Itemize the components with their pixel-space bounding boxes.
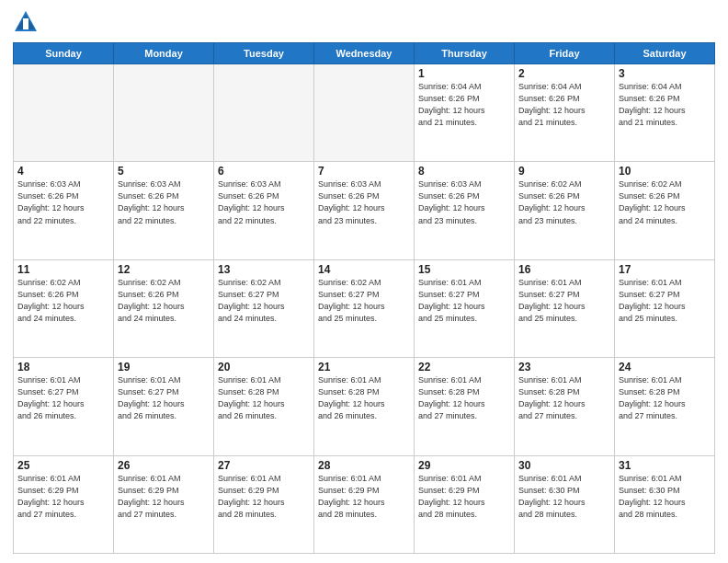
weekday-header-thursday: Thursday [415, 43, 515, 64]
calendar-cell: 7Sunrise: 6:03 AM Sunset: 6:26 PM Daylig… [314, 162, 415, 259]
weekday-header-row: SundayMondayTuesdayWednesdayThursdayFrid… [14, 43, 715, 64]
calendar-cell: 10Sunrise: 6:02 AM Sunset: 6:26 PM Dayli… [615, 162, 715, 259]
day-info: Sunrise: 6:01 AM Sunset: 6:27 PM Dayligh… [118, 374, 210, 422]
calendar-cell: 19Sunrise: 6:01 AM Sunset: 6:27 PM Dayli… [114, 358, 214, 455]
day-number: 2 [518, 67, 610, 80]
day-number: 14 [318, 263, 410, 276]
day-number: 31 [619, 459, 711, 472]
calendar-cell: 3Sunrise: 6:04 AM Sunset: 6:26 PM Daylig… [615, 64, 715, 162]
day-number: 29 [418, 459, 510, 472]
calendar-cell: 30Sunrise: 6:01 AM Sunset: 6:30 PM Dayli… [515, 455, 615, 553]
header [13, 9, 715, 35]
calendar-cell: 23Sunrise: 6:01 AM Sunset: 6:28 PM Dayli… [515, 358, 615, 455]
day-info: Sunrise: 6:03 AM Sunset: 6:26 PM Dayligh… [218, 178, 310, 226]
calendar-week-row-3: 11Sunrise: 6:02 AM Sunset: 6:26 PM Dayli… [14, 259, 715, 357]
day-info: Sunrise: 6:02 AM Sunset: 6:27 PM Dayligh… [218, 277, 310, 325]
day-number: 5 [118, 165, 210, 178]
day-info: Sunrise: 6:04 AM Sunset: 6:26 PM Dayligh… [518, 81, 610, 129]
day-info: Sunrise: 6:04 AM Sunset: 6:26 PM Dayligh… [418, 81, 510, 129]
calendar-cell [114, 64, 214, 162]
day-number: 21 [318, 361, 410, 373]
day-info: Sunrise: 6:02 AM Sunset: 6:26 PM Dayligh… [17, 277, 109, 325]
day-info: Sunrise: 6:03 AM Sunset: 6:26 PM Dayligh… [318, 178, 410, 226]
day-info: Sunrise: 6:01 AM Sunset: 6:28 PM Dayligh… [518, 374, 610, 422]
day-info: Sunrise: 6:01 AM Sunset: 6:29 PM Dayligh… [118, 473, 210, 521]
calendar-week-row-1: 1Sunrise: 6:04 AM Sunset: 6:26 PM Daylig… [14, 64, 715, 162]
day-info: Sunrise: 6:03 AM Sunset: 6:26 PM Dayligh… [418, 178, 510, 226]
day-number: 23 [518, 361, 610, 373]
day-info: Sunrise: 6:02 AM Sunset: 6:26 PM Dayligh… [518, 178, 610, 226]
day-info: Sunrise: 6:01 AM Sunset: 6:28 PM Dayligh… [619, 374, 711, 422]
day-number: 1 [418, 67, 510, 80]
day-info: Sunrise: 6:01 AM Sunset: 6:29 PM Dayligh… [218, 473, 310, 521]
day-info: Sunrise: 6:01 AM Sunset: 6:29 PM Dayligh… [418, 473, 510, 521]
calendar-cell: 27Sunrise: 6:01 AM Sunset: 6:29 PM Dayli… [214, 455, 314, 553]
calendar-cell: 8Sunrise: 6:03 AM Sunset: 6:26 PM Daylig… [415, 162, 515, 259]
calendar-cell: 21Sunrise: 6:01 AM Sunset: 6:28 PM Dayli… [314, 358, 415, 455]
calendar-cell [14, 64, 114, 162]
day-number: 30 [518, 459, 610, 472]
calendar-cell: 26Sunrise: 6:01 AM Sunset: 6:29 PM Dayli… [114, 455, 214, 553]
day-number: 19 [118, 361, 210, 373]
day-info: Sunrise: 6:03 AM Sunset: 6:26 PM Dayligh… [118, 178, 210, 226]
day-number: 6 [218, 165, 310, 178]
day-info: Sunrise: 6:01 AM Sunset: 6:27 PM Dayligh… [17, 374, 109, 422]
day-info: Sunrise: 6:04 AM Sunset: 6:26 PM Dayligh… [619, 81, 711, 129]
calendar-table: SundayMondayTuesdayWednesdayThursdayFrid… [13, 42, 715, 554]
day-info: Sunrise: 6:01 AM Sunset: 6:27 PM Dayligh… [418, 277, 510, 325]
calendar-cell: 22Sunrise: 6:01 AM Sunset: 6:28 PM Dayli… [415, 358, 515, 455]
calendar-cell: 25Sunrise: 6:01 AM Sunset: 6:29 PM Dayli… [14, 455, 114, 553]
day-info: Sunrise: 6:02 AM Sunset: 6:27 PM Dayligh… [318, 277, 410, 325]
calendar-cell: 14Sunrise: 6:02 AM Sunset: 6:27 PM Dayli… [314, 259, 415, 357]
calendar-week-row-2: 4Sunrise: 6:03 AM Sunset: 6:26 PM Daylig… [14, 162, 715, 259]
day-number: 18 [17, 361, 109, 373]
calendar-cell: 15Sunrise: 6:01 AM Sunset: 6:27 PM Dayli… [415, 259, 515, 357]
logo [13, 9, 42, 35]
day-number: 15 [418, 263, 510, 276]
calendar-cell: 2Sunrise: 6:04 AM Sunset: 6:26 PM Daylig… [515, 64, 615, 162]
logo-icon [13, 9, 39, 35]
day-info: Sunrise: 6:01 AM Sunset: 6:30 PM Dayligh… [518, 473, 610, 521]
day-info: Sunrise: 6:01 AM Sunset: 6:29 PM Dayligh… [318, 473, 410, 521]
calendar-cell: 16Sunrise: 6:01 AM Sunset: 6:27 PM Dayli… [515, 259, 615, 357]
day-number: 25 [17, 459, 109, 472]
day-number: 7 [318, 165, 410, 178]
day-number: 26 [118, 459, 210, 472]
day-number: 27 [218, 459, 310, 472]
calendar-cell: 28Sunrise: 6:01 AM Sunset: 6:29 PM Dayli… [314, 455, 415, 553]
calendar-cell: 6Sunrise: 6:03 AM Sunset: 6:26 PM Daylig… [214, 162, 314, 259]
day-number: 11 [17, 263, 109, 276]
weekday-header-friday: Friday [515, 43, 615, 64]
calendar-cell: 24Sunrise: 6:01 AM Sunset: 6:28 PM Dayli… [615, 358, 715, 455]
day-info: Sunrise: 6:01 AM Sunset: 6:27 PM Dayligh… [619, 277, 711, 325]
day-number: 16 [518, 263, 610, 276]
day-info: Sunrise: 6:01 AM Sunset: 6:28 PM Dayligh… [418, 374, 510, 422]
day-number: 17 [619, 263, 711, 276]
calendar-cell: 12Sunrise: 6:02 AM Sunset: 6:26 PM Dayli… [114, 259, 214, 357]
day-number: 28 [318, 459, 410, 472]
day-info: Sunrise: 6:01 AM Sunset: 6:30 PM Dayligh… [619, 473, 711, 521]
day-number: 9 [518, 165, 610, 178]
calendar-cell: 18Sunrise: 6:01 AM Sunset: 6:27 PM Dayli… [14, 358, 114, 455]
calendar-cell: 13Sunrise: 6:02 AM Sunset: 6:27 PM Dayli… [214, 259, 314, 357]
day-number: 22 [418, 361, 510, 373]
day-number: 4 [17, 165, 109, 178]
day-info: Sunrise: 6:02 AM Sunset: 6:26 PM Dayligh… [619, 178, 711, 226]
day-info: Sunrise: 6:02 AM Sunset: 6:26 PM Dayligh… [118, 277, 210, 325]
day-info: Sunrise: 6:01 AM Sunset: 6:28 PM Dayligh… [218, 374, 310, 422]
day-number: 12 [118, 263, 210, 276]
weekday-header-monday: Monday [114, 43, 214, 64]
calendar-cell: 31Sunrise: 6:01 AM Sunset: 6:30 PM Dayli… [615, 455, 715, 553]
calendar-cell: 17Sunrise: 6:01 AM Sunset: 6:27 PM Dayli… [615, 259, 715, 357]
calendar-cell: 1Sunrise: 6:04 AM Sunset: 6:26 PM Daylig… [415, 64, 515, 162]
day-number: 3 [619, 67, 711, 80]
day-number: 8 [418, 165, 510, 178]
page: SundayMondayTuesdayWednesdayThursdayFrid… [0, 0, 728, 563]
calendar-cell: 29Sunrise: 6:01 AM Sunset: 6:29 PM Dayli… [415, 455, 515, 553]
calendar-cell: 20Sunrise: 6:01 AM Sunset: 6:28 PM Dayli… [214, 358, 314, 455]
svg-rect-2 [23, 18, 28, 29]
calendar-cell: 9Sunrise: 6:02 AM Sunset: 6:26 PM Daylig… [515, 162, 615, 259]
day-info: Sunrise: 6:01 AM Sunset: 6:29 PM Dayligh… [17, 473, 109, 521]
weekday-header-sunday: Sunday [14, 43, 114, 64]
weekday-header-saturday: Saturday [615, 43, 715, 64]
